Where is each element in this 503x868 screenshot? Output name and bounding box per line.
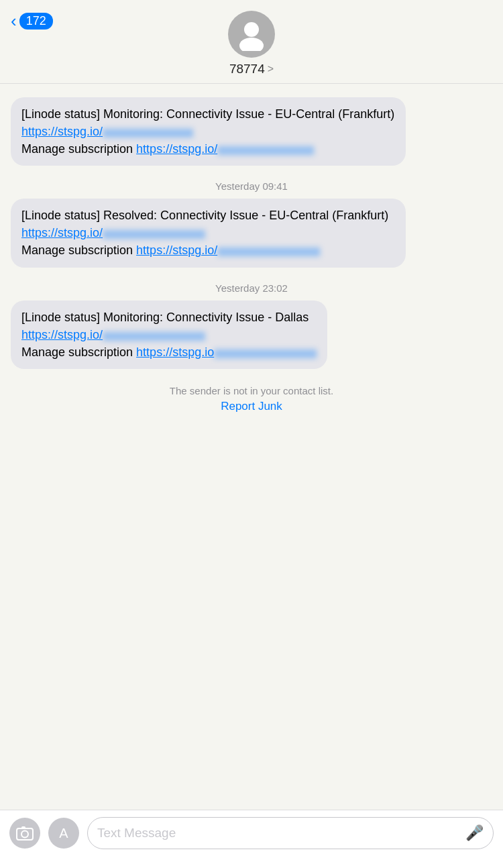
camera-icon (16, 824, 34, 842)
sender-notice-text: The sender is not in your contact list. (170, 385, 333, 396)
messages-area: [Linode status] Monitoring: Connectivity… (0, 84, 503, 810)
contact-avatar-container: 78774 > (228, 11, 275, 76)
message-bubble-3: [Linode status] Monitoring: Connectivity… (11, 301, 327, 369)
svg-point-0 (244, 22, 259, 37)
msg3-manage: Manage subscription (21, 345, 136, 359)
back-button[interactable]: ‹ 172 (11, 12, 53, 30)
msg3-link2[interactable]: https://stspg.io (136, 345, 214, 359)
svg-point-1 (239, 38, 264, 51)
msg1-blurred1: xxxxxxxxxxxxxxx (103, 123, 193, 140)
camera-button[interactable] (9, 818, 40, 849)
text-message-input-wrap[interactable]: Text Message 🎤 (87, 817, 494, 849)
msg1-blurred2: xxxxxxxxxxxxxxxx (217, 140, 314, 158)
msg2-manage: Manage subscription (21, 243, 136, 257)
header: ‹ 172 78774 > (0, 0, 503, 84)
svg-rect-4 (21, 826, 25, 828)
svg-text:A: A (59, 826, 68, 840)
msg1-text: [Linode status] Monitoring: Connectivity… (21, 107, 394, 121)
mic-icon: 🎤 (465, 824, 484, 842)
person-icon (235, 17, 268, 51)
timestamp-3: Yesterday 23:02 (11, 282, 492, 294)
avatar[interactable] (228, 11, 275, 58)
msg3-link1[interactable]: https://stspg.io/ (21, 328, 103, 341)
msg2-link1[interactable]: https://stspg.io/ (21, 226, 103, 239)
report-junk-button[interactable]: Report Junk (11, 400, 492, 413)
msg2-link2[interactable]: https://stspg.io/ (136, 243, 217, 257)
contact-number: 78774 (229, 62, 265, 76)
msg1-link1[interactable]: https://stspg.io/ (21, 125, 103, 138)
contact-name-row[interactable]: 78774 > (229, 62, 274, 76)
bottom-toolbar: A Text Message 🎤 (0, 810, 503, 868)
sender-notice: The sender is not in your contact list. … (11, 385, 492, 413)
msg2-text: [Linode status] Resolved: Connectivity I… (21, 209, 388, 222)
appstore-icon: A (55, 824, 72, 842)
text-message-placeholder[interactable]: Text Message (97, 826, 460, 840)
msg1-manage: Manage subscription (21, 142, 136, 156)
svg-point-3 (21, 831, 28, 838)
msg1-link2[interactable]: https://stspg.io/ (136, 142, 217, 156)
msg2-blurred1: xxxxxxxxxxxxxxxxx (103, 224, 205, 241)
back-badge-count: 172 (19, 13, 53, 30)
message-bubble-2: [Linode status] Resolved: Connectivity I… (11, 199, 406, 267)
msg3-blurred2: xxxxxxxxxxxxxxxxx (214, 343, 317, 361)
message-bubble-1: [Linode status] Monitoring: Connectivity… (11, 97, 406, 166)
contact-detail-chevron-icon: > (268, 63, 274, 75)
back-chevron-icon: ‹ (11, 12, 17, 30)
msg3-text: [Linode status] Monitoring: Connectivity… (21, 311, 309, 324)
msg2-blurred2: xxxxxxxxxxxxxxxxx (217, 241, 320, 259)
appstore-button[interactable]: A (48, 818, 79, 849)
timestamp-2: Yesterday 09:41 (11, 180, 492, 192)
msg3-blurred1: xxxxxxxxxxxxxxxxx (103, 326, 205, 343)
